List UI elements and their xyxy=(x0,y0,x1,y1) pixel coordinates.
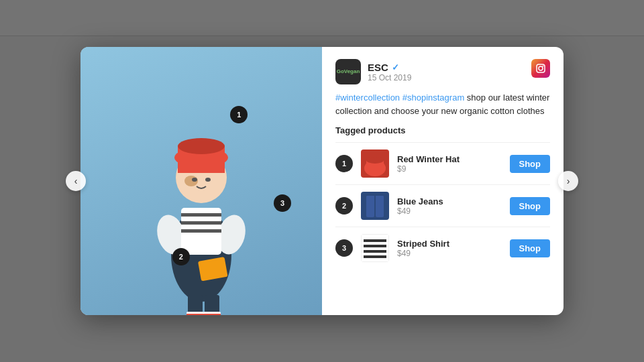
svg-rect-20 xyxy=(186,314,204,315)
product-price-3: $49 xyxy=(397,249,502,258)
handle-text: ESC xyxy=(368,62,388,73)
svg-point-12 xyxy=(178,138,225,154)
product-name-2: Blue Jeans xyxy=(397,196,502,206)
product-name-1: Red Winter Hat xyxy=(397,154,502,164)
modal-avatar: GoVegan xyxy=(335,59,361,84)
post-date: 15 Oct 2019 xyxy=(368,73,411,82)
svg-rect-6 xyxy=(181,213,221,217)
product-list: 1 Red Winter Hat $9 Shop xyxy=(335,142,550,269)
product-info-1: Red Winter Hat $9 xyxy=(397,154,502,174)
svg-rect-7 xyxy=(181,221,221,225)
image-tag-1: 1 xyxy=(230,106,248,123)
product-row-1: 1 Red Winter Hat $9 Shop xyxy=(335,142,550,184)
modal-user: GoVegan ESC ✓ 15 Oct 2019 xyxy=(335,59,411,84)
modal-image-panel: 1 2 3 xyxy=(80,47,322,315)
modal-username: ESC ✓ xyxy=(368,62,411,73)
product-thumb-jeans xyxy=(361,192,389,220)
product-info-3: Striped Shirt $49 xyxy=(397,239,502,258)
svg-rect-43 xyxy=(364,250,386,253)
child-background: 1 2 3 xyxy=(80,47,322,315)
modal-verified-icon: ✓ xyxy=(392,62,399,72)
product-price-1: $9 xyxy=(397,164,502,174)
shop-button-3[interactable]: Shop xyxy=(510,239,551,257)
svg-point-14 xyxy=(192,178,197,182)
svg-point-29 xyxy=(539,66,543,70)
svg-point-34 xyxy=(366,157,384,164)
product-modal: 1 2 3 GoVegan ESC ✓ 15 Oct xyxy=(80,47,564,315)
svg-point-30 xyxy=(543,66,544,67)
svg-rect-22 xyxy=(203,314,221,315)
svg-rect-44 xyxy=(364,255,386,258)
product-num-2: 2 xyxy=(335,197,353,215)
svg-point-15 xyxy=(205,178,211,182)
product-row-3: 3 Striped Shirt $49 S xyxy=(335,227,550,269)
modal-user-info: ESC ✓ 15 Oct 2019 xyxy=(368,62,411,82)
tagged-products-label: Tagged products xyxy=(335,125,550,135)
shop-button-2[interactable]: Shop xyxy=(510,197,551,215)
prev-arrow[interactable]: ‹ xyxy=(66,171,86,191)
product-num-1: 1 xyxy=(335,155,353,172)
product-price-2: $49 xyxy=(397,206,502,216)
avatar-text: GoVegan xyxy=(337,69,360,75)
image-tag-2: 2 xyxy=(172,248,190,265)
product-thumb-hat xyxy=(361,149,389,178)
product-thumb-shirt xyxy=(361,234,389,262)
image-tag-3: 3 xyxy=(274,194,291,212)
product-row-2: 2 Blue Jeans $49 Shop xyxy=(335,184,550,227)
svg-rect-41 xyxy=(364,239,386,242)
instagram-icon[interactable] xyxy=(531,59,550,78)
product-num-3: 3 xyxy=(335,239,353,257)
modal-caption: #wintercollection #shopinstagram shop ou… xyxy=(335,91,550,117)
modal-overlay: ‹ › xyxy=(0,0,644,362)
next-arrow[interactable]: › xyxy=(558,171,578,191)
product-name-3: Striped Shirt xyxy=(397,239,502,249)
modal-right-panel: GoVegan ESC ✓ 15 Oct 2019 xyxy=(322,47,564,315)
svg-rect-42 xyxy=(364,245,386,247)
hashtags: #wintercollection #shopinstagram xyxy=(335,93,464,103)
svg-rect-8 xyxy=(181,229,221,233)
modal-header: GoVegan ESC ✓ 15 Oct 2019 xyxy=(335,59,550,84)
product-info-2: Blue Jeans $49 xyxy=(397,196,502,216)
shop-button-1[interactable]: Shop xyxy=(510,155,551,173)
